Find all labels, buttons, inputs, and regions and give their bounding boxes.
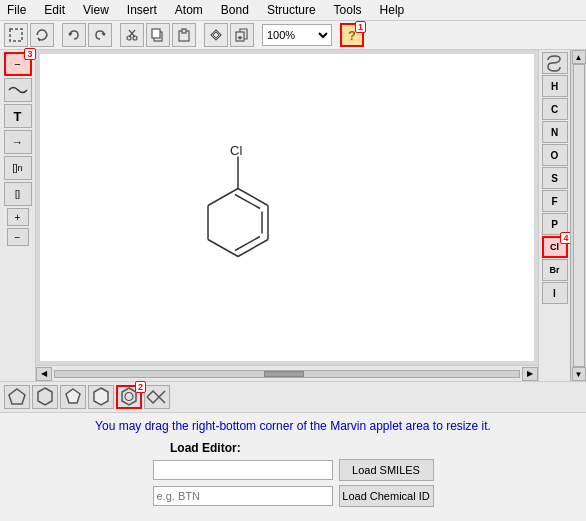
vertical-scrollbar[interactable]: ▲ ▼ <box>570 50 586 381</box>
svg-line-14 <box>238 188 268 205</box>
svg-marker-24 <box>38 388 52 405</box>
svg-marker-25 <box>66 389 80 403</box>
svg-line-20 <box>235 194 260 208</box>
clean-btn[interactable] <box>204 23 228 47</box>
help-btn[interactable]: ? 1 <box>340 23 364 47</box>
svg-marker-26 <box>94 388 108 405</box>
svg-line-19 <box>208 188 238 205</box>
scroll-down-arrow[interactable]: ▼ <box>572 367 586 381</box>
left-tool-minus2[interactable]: − <box>7 228 29 246</box>
scroll-left-arrow[interactable]: ◀ <box>36 367 52 381</box>
info-drag-text: You may drag the right-bottom corner of … <box>10 419 576 433</box>
left-toolbar: − 3 T → []n [] + − <box>0 50 36 381</box>
canvas-inner: Cl <box>40 54 534 361</box>
left-tool-wave[interactable] <box>4 78 32 102</box>
import-btn[interactable] <box>230 23 254 47</box>
scroll-right-arrow[interactable]: ▶ <box>522 367 538 381</box>
left-tool-plus[interactable]: + <box>7 208 29 226</box>
left-tool-arrow[interactable]: → <box>4 130 32 154</box>
svg-marker-27 <box>122 388 136 405</box>
left-tool-bracket-n[interactable]: []n <box>4 156 32 180</box>
left-tool-minus[interactable]: − 3 <box>4 52 32 76</box>
menu-insert[interactable]: Insert <box>124 2 160 18</box>
smiles-input[interactable] <box>153 460 333 480</box>
menu-atom[interactable]: Atom <box>172 2 206 18</box>
zoom-select[interactable]: 100% 50% 75% 150% 200% <box>262 24 332 46</box>
load-smiles-button[interactable]: Load SMILES <box>339 459 434 481</box>
app-container: File Edit View Insert Atom Bond Structur… <box>0 0 586 521</box>
svg-text:Cl: Cl <box>230 142 242 157</box>
menu-help[interactable]: Help <box>377 2 408 18</box>
right-toolbar: H C N O S F P Cl 4 <box>538 50 570 381</box>
element-I[interactable]: I <box>542 282 568 304</box>
cut-btn[interactable] <box>120 23 144 47</box>
shape-chain[interactable] <box>144 385 170 409</box>
redo-btn[interactable] <box>88 23 112 47</box>
element-S-top[interactable] <box>542 52 568 74</box>
element-H[interactable]: H <box>542 75 568 97</box>
load-chemical-row: Load Chemical ID <box>153 485 434 507</box>
svg-line-1 <box>38 38 40 41</box>
molecule-container: Cl <box>178 141 298 274</box>
load-smiles-row: Load SMILES <box>153 459 434 481</box>
menu-bond[interactable]: Bond <box>218 2 252 18</box>
svg-point-28 <box>125 393 133 401</box>
shape-cyclohexane[interactable] <box>88 385 114 409</box>
load-chemical-id-button[interactable]: Load Chemical ID <box>339 485 434 507</box>
canvas-area[interactable]: Cl <box>36 50 538 365</box>
element-O[interactable]: O <box>542 144 568 166</box>
left-tool-text[interactable]: T <box>4 104 32 128</box>
menu-tools[interactable]: Tools <box>331 2 365 18</box>
select-tool-btn[interactable] <box>4 23 28 47</box>
element-N[interactable]: N <box>542 121 568 143</box>
element-Cl[interactable]: Cl 4 <box>542 236 568 258</box>
toolbar: 100% 50% 75% 150% 200% ? 1 <box>0 21 586 50</box>
shape-toolbar: 2 <box>0 381 586 413</box>
load-editor-label: Load Editor: <box>170 441 241 455</box>
menu-view[interactable]: View <box>80 2 112 18</box>
chemical-id-input[interactable] <box>153 486 333 506</box>
menu-file[interactable]: File <box>4 2 29 18</box>
copy-btn[interactable] <box>146 23 170 47</box>
info-area: You may drag the right-bottom corner of … <box>0 413 586 521</box>
scroll-track-h[interactable] <box>54 370 520 378</box>
svg-rect-7 <box>152 29 160 38</box>
menu-edit[interactable]: Edit <box>41 2 68 18</box>
undo-btn[interactable] <box>62 23 86 47</box>
menu-bar: File Edit View Insert Atom Bond Structur… <box>0 0 586 21</box>
load-editor-section: Load Editor: Load SMILES Load Chemical I… <box>10 441 576 515</box>
scroll-up-arrow[interactable]: ▲ <box>572 50 586 64</box>
zoom-select-wrapper: 100% 50% 75% 150% 200% <box>262 24 332 46</box>
shape-cyclopentane[interactable] <box>60 385 86 409</box>
svg-line-22 <box>235 236 260 250</box>
svg-rect-0 <box>10 29 22 41</box>
paste-btn[interactable] <box>172 23 196 47</box>
svg-rect-9 <box>182 29 186 33</box>
shape-benzene[interactable]: 2 <box>116 385 142 409</box>
shape-hexagon-open[interactable] <box>32 385 58 409</box>
shape-pentagon[interactable] <box>4 385 30 409</box>
canvas-scroll-wrapper: Cl <box>36 50 538 381</box>
menu-structure[interactable]: Structure <box>264 2 319 18</box>
scroll-track-v[interactable] <box>573 64 585 367</box>
middle-section: − 3 T → []n [] + − <box>0 50 586 381</box>
element-Br[interactable]: Br <box>542 259 568 281</box>
left-tool-bracket[interactable]: [] <box>4 182 32 206</box>
scroll-thumb-h[interactable] <box>264 371 304 377</box>
svg-marker-23 <box>9 389 25 404</box>
svg-line-16 <box>238 239 268 256</box>
horizontal-scrollbar[interactable]: ◀ ▶ <box>36 365 538 381</box>
element-C[interactable]: C <box>542 98 568 120</box>
element-S[interactable]: S <box>542 167 568 189</box>
element-F[interactable]: F <box>542 190 568 212</box>
svg-line-17 <box>208 239 238 256</box>
lasso-tool-btn[interactable] <box>30 23 54 47</box>
